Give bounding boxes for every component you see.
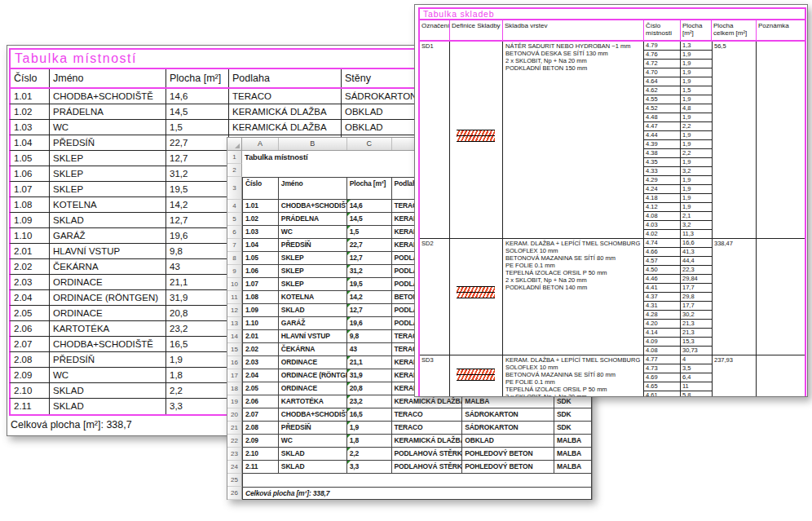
cell[interactable]: KOTELNA	[279, 291, 347, 304]
cell[interactable]: 2.09	[242, 435, 279, 448]
cell[interactable]: 1.03	[242, 226, 279, 239]
cell[interactable]: WC	[279, 226, 347, 239]
cell[interactable]: Číslo	[242, 177, 279, 200]
cell[interactable]: MALBA	[554, 435, 592, 448]
cell[interactable]: 20,8	[347, 382, 392, 395]
row-header[interactable]: 12	[227, 304, 242, 317]
cell[interactable]: 1,8	[347, 435, 392, 448]
cell[interactable]	[347, 151, 392, 164]
row-header[interactable]: 14	[227, 330, 242, 343]
cell[interactable]: SÁDROKARTON	[462, 422, 554, 435]
cell[interactable]: SDK	[554, 395, 592, 408]
row-header[interactable]: 11	[227, 291, 242, 304]
row-header[interactable]: 10	[227, 278, 242, 291]
cell[interactable]: PŘEDSÍŇ	[279, 239, 347, 252]
cell[interactable]: 1,5	[347, 226, 392, 239]
cell[interactable]: PODLAHOVÁ STĚRKA	[392, 448, 463, 461]
cell[interactable]: SKLAD	[279, 461, 347, 474]
cell[interactable]: 12,7	[347, 252, 392, 265]
cell[interactable]: 2.07	[242, 408, 279, 422]
cell[interactable]: 1.08	[242, 291, 279, 304]
column-header[interactable]: B	[279, 138, 347, 150]
select-all-corner[interactable]	[227, 138, 242, 150]
cell[interactable]: 22,7	[347, 239, 392, 252]
cell[interactable]: POHLEDOVÝ BETON	[462, 448, 554, 461]
row-header[interactable]: 16	[227, 356, 242, 369]
cell[interactable]: 1.02	[242, 213, 279, 226]
cell[interactable]: SKLEP	[279, 252, 347, 265]
cell[interactable]: 1.01	[242, 200, 279, 213]
cell[interactable]: Jméno	[279, 177, 347, 200]
cell[interactable]: GARÁŽ	[279, 317, 347, 330]
cell[interactable]: 1.09	[242, 304, 279, 317]
cell[interactable]: 2,2	[347, 448, 392, 461]
cell[interactable]: 1.10	[242, 317, 279, 330]
cell[interactable]: SKLEP	[279, 278, 347, 291]
cell[interactable]: POHLEDOVÝ BETON	[462, 461, 554, 474]
cell[interactable]: Celková plocha [m²]: 338,7	[242, 487, 592, 500]
row-header[interactable]: 21	[227, 422, 242, 435]
cell[interactable]: 2.05	[242, 382, 279, 395]
cell[interactable]: 31,2	[347, 265, 392, 278]
cell[interactable]: 14,2	[347, 291, 392, 304]
cell[interactable]: 12,7	[347, 304, 392, 317]
row-header[interactable]: 15	[227, 343, 242, 356]
cell[interactable]: ČEKÁRNA	[279, 343, 347, 356]
cell[interactable]	[347, 164, 392, 177]
cell[interactable]: PODLAHOVÁ STĚRKA	[392, 461, 463, 474]
cell[interactable]: PŘEDSÍŇ	[279, 422, 347, 435]
row-header[interactable]: 24	[227, 461, 242, 474]
cell[interactable]: CHODBA+SCHODIŠTĚ	[279, 408, 347, 422]
cell[interactable]: 2.02	[242, 343, 279, 356]
cell[interactable]: MALBA	[554, 461, 592, 474]
cell[interactable]: 2.03	[242, 356, 279, 369]
row-header[interactable]: 7	[227, 239, 242, 252]
cell[interactable]: 19,6	[347, 317, 392, 330]
cell[interactable]: SKLAD	[279, 448, 347, 461]
cell[interactable]: 2.11	[242, 461, 279, 474]
cell[interactable]: PRÁDELNA	[279, 213, 347, 226]
cell[interactable]: KARTOTÉKA	[279, 395, 347, 408]
cell[interactable]: 2.06	[242, 395, 279, 408]
row-header[interactable]: 1	[227, 151, 242, 164]
row-header[interactable]: 25	[227, 474, 242, 487]
cell[interactable]	[279, 151, 347, 164]
cell[interactable]: 31,9	[347, 369, 392, 382]
cell[interactable]	[242, 474, 592, 487]
cell[interactable]: 1.07	[242, 278, 279, 291]
cell[interactable]: 14,6	[347, 200, 392, 213]
cell[interactable]: Plocha [m²]	[347, 177, 392, 200]
cell[interactable]: MALBA	[462, 395, 554, 408]
cell[interactable]: 2.01	[242, 330, 279, 343]
cell[interactable]: KERAMICKÁ DLAŽBA	[392, 395, 463, 408]
cell[interactable]: ORDINACE	[279, 356, 347, 369]
cell[interactable]: HLAVNÍ VSTUP	[279, 330, 347, 343]
cell[interactable]: MALBA	[554, 448, 592, 461]
row-header[interactable]: 18	[227, 382, 242, 395]
cell[interactable]: 1,9	[347, 422, 392, 435]
cell[interactable]: 9,8	[347, 330, 392, 343]
row-header[interactable]: 9	[227, 265, 242, 278]
cell[interactable]	[242, 164, 279, 177]
row-header[interactable]: 8	[227, 252, 242, 265]
cell[interactable]: SDK	[554, 422, 592, 435]
row-header[interactable]: 19	[227, 395, 242, 408]
cell[interactable]: 23,2	[347, 395, 392, 408]
cell[interactable]: 2.10	[242, 448, 279, 461]
cell[interactable]: Tabulka místností	[242, 151, 279, 164]
row-header[interactable]: 22	[227, 435, 242, 448]
cell[interactable]: SÁDROKARTON	[462, 408, 554, 422]
cell[interactable]: SDK	[554, 408, 592, 422]
cell[interactable]: TERACO	[392, 422, 463, 435]
cell[interactable]: 3,3	[347, 461, 392, 474]
cell[interactable]: CHODBA+SCHODIŠTĚ	[279, 200, 347, 213]
cell[interactable]: 1.05	[242, 252, 279, 265]
cell[interactable]: ORDINACE	[279, 382, 347, 395]
row-header[interactable]: 5	[227, 213, 242, 226]
row-header[interactable]: 6	[227, 226, 242, 239]
cell[interactable]: 16,5	[347, 408, 392, 422]
cell[interactable]: 1.06	[242, 265, 279, 278]
row-header[interactable]: 3	[227, 177, 242, 200]
column-header[interactable]: A	[242, 138, 279, 150]
cad-compositions-window[interactable]: Tabulka skladeb OznačeníDefinice Skladby…	[414, 4, 808, 397]
